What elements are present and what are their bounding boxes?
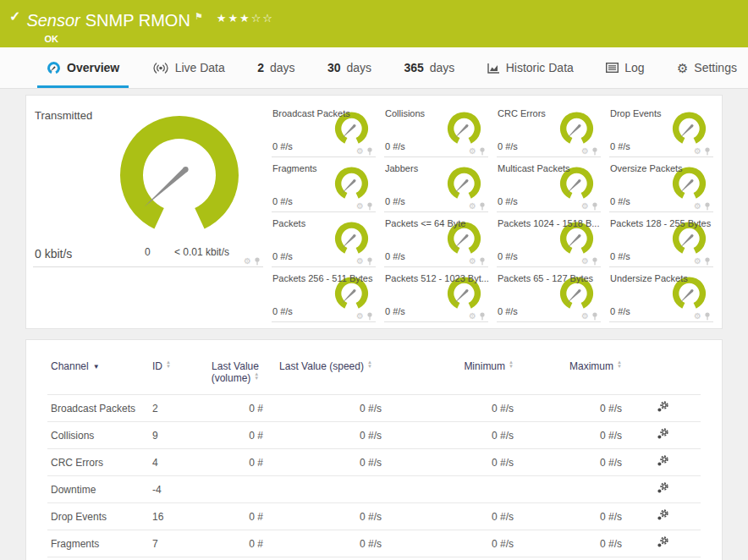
gauge-pin-icon[interactable]: [591, 312, 598, 321]
gauge-cell-icons: ⚙: [356, 257, 373, 266]
gauge-cell-collisions[interactable]: Collisions 0 #/s ⚙: [384, 102, 488, 157]
sort-both-icon: ▲▼: [367, 360, 372, 369]
edit-channel-icon[interactable]: [657, 509, 669, 524]
column-header-last-value-speed[interactable]: Last Value (speed)▲▼: [267, 352, 385, 395]
cell-min: 0 #/s: [385, 422, 517, 449]
tab-overview[interactable]: Overview: [37, 47, 129, 88]
gauge-cell-broadcast-packets[interactable]: Broadcast Packets 0 #/s ⚙: [272, 102, 376, 157]
edit-channel-icon[interactable]: [657, 401, 669, 415]
main-gauge-cell[interactable]: Transmitted 0 kbit/s 0 < 0.01 kbit/s ⚙: [33, 102, 263, 267]
gauge-cell-oversize-packets[interactable]: Oversize Packets 0 #/s ⚙: [609, 157, 713, 212]
gauge-settings-icon[interactable]: ⚙: [469, 147, 476, 156]
transmitted-gauge: [107, 109, 251, 236]
gauge-settings-icon[interactable]: ⚙: [694, 257, 701, 266]
table-row-fragments: Fragments70 #0 #/s0 #/s0 #/s: [47, 530, 701, 557]
sensor-header: ✓ SensorSNMP RMON⚑★★★☆☆ OK: [0, 0, 748, 47]
column-header-channel[interactable]: Channel▼: [47, 352, 149, 395]
cell-channel: Fragments: [47, 530, 149, 557]
channels-table-panel: Channel▼ID▲▼Last Value (volume)▲▼Last Va…: [25, 339, 723, 560]
gauge-cell-icons: ⚙: [694, 257, 711, 266]
gauge-cell-icons: ⚙: [581, 147, 598, 156]
gauge-cell-packets-1024-1518-b[interactable]: Packets 1024 - 1518 B... 0 #/s ⚙: [497, 212, 601, 267]
cell-min: 0 #/s: [385, 503, 517, 530]
gauge-pin-icon[interactable]: [479, 312, 486, 321]
gauge-pin-icon[interactable]: [366, 202, 373, 211]
gauge-cell-value: 0 #/s: [385, 306, 405, 316]
tab-30-days[interactable]: 30days: [318, 47, 381, 88]
gauge-pin-icon[interactable]: [254, 257, 261, 266]
sort-both-icon: ▲▼: [509, 360, 514, 369]
tab-label: Settings: [694, 61, 737, 74]
tab-settings[interactable]: ⚙Settings: [668, 47, 746, 88]
gauge-cell-jabbers[interactable]: Jabbers 0 #/s ⚙: [384, 157, 488, 212]
tab-historic-data[interactable]: Historic Data: [478, 47, 583, 88]
gauge-pin-icon[interactable]: [704, 147, 711, 156]
tab-2-days[interactable]: 2days: [248, 47, 304, 88]
gauge-settings-icon[interactable]: ⚙: [469, 312, 476, 321]
gauge-cell-packets-64-byte[interactable]: Packets <= 64 Byte 0 #/s ⚙: [384, 212, 488, 267]
column-header-id[interactable]: ID▲▼: [149, 352, 204, 395]
gauge-settings-icon[interactable]: ⚙: [581, 202, 589, 211]
gauge-cell-packets-65-127-bytes[interactable]: Packets 65 - 127 Bytes 0 #/s ⚙: [497, 267, 601, 322]
column-header-minimum[interactable]: Minimum▲▼: [385, 352, 517, 395]
gauge-cell-multicast-packets[interactable]: Multicast Packets 0 #/s ⚙: [497, 157, 601, 212]
edit-channel-icon[interactable]: [657, 428, 669, 442]
gauge-cell-packets[interactable]: Packets 0 #/s ⚙: [272, 212, 376, 267]
gauge-settings-icon[interactable]: ⚙: [694, 312, 701, 321]
gauge-settings-icon[interactable]: ⚙: [581, 312, 589, 321]
gauge-cell-packets-256-511-bytes[interactable]: Packets 256 - 511 Bytes 0 #/s ⚙: [272, 267, 376, 322]
cell-last_volume: [204, 476, 267, 503]
sensor-name: SNMP RMON: [85, 11, 190, 30]
gauge-pin-icon[interactable]: [704, 312, 711, 321]
gauge-cell-packets-512-1023-byt[interactable]: Packets 512 - 1023 Byt... 0 #/s ⚙: [384, 267, 488, 322]
cell-last_volume: 0 #: [204, 449, 267, 476]
gauge-pin-icon[interactable]: [704, 257, 711, 266]
column-header-maximum[interactable]: Maximum▲▼: [517, 352, 625, 395]
gauge-settings-icon[interactable]: ⚙: [469, 257, 476, 266]
channel-gauge: [332, 165, 371, 203]
gauge-pin-icon[interactable]: [591, 257, 598, 266]
priority-stars[interactable]: ★★★☆☆: [217, 12, 274, 25]
channel-gauge: [444, 110, 484, 148]
edit-channel-icon[interactable]: [657, 536, 669, 551]
gauge-pin-icon[interactable]: [479, 257, 486, 266]
flag-icon[interactable]: ⚑: [195, 11, 203, 21]
edit-channel-icon[interactable]: [657, 455, 669, 469]
gauge-settings-icon[interactable]: ⚙: [356, 257, 364, 266]
gauge-pin-icon[interactable]: [366, 257, 373, 266]
gauge-pin-icon[interactable]: [479, 147, 486, 156]
gauge-pin-icon[interactable]: [366, 312, 373, 321]
gauge-pin-icon[interactable]: [704, 202, 711, 211]
gauge-settings-icon[interactable]: ⚙: [694, 147, 701, 156]
column-header-last-value-volume[interactable]: Last Value (volume)▲▼: [204, 352, 267, 395]
gauge-scale-min: 0: [145, 246, 151, 258]
gauge-settings-icon[interactable]: ⚙: [356, 202, 364, 211]
gauge-settings-icon[interactable]: ⚙: [244, 257, 251, 266]
gauge-pin-icon[interactable]: [366, 147, 373, 156]
gauge-pin-icon[interactable]: [591, 147, 598, 156]
tab-live-data[interactable]: Live Data: [143, 47, 234, 88]
gauge-settings-icon[interactable]: ⚙: [356, 312, 364, 321]
gauge-cell-icons: ⚙: [356, 312, 373, 321]
gauge-cell-packets-128-255-bytes[interactable]: Packets 128 - 255 Bytes 0 #/s ⚙: [609, 212, 713, 267]
gauge-settings-icon[interactable]: ⚙: [581, 257, 589, 266]
gauge-settings-icon[interactable]: ⚙: [356, 147, 364, 156]
table-header-row: Channel▼ID▲▼Last Value (volume)▲▼Last Va…: [47, 352, 701, 395]
tab-log[interactable]: Log: [597, 47, 653, 88]
gauge-cell-label: Drop Events: [610, 108, 662, 118]
cell-max: 0 #/s: [517, 557, 625, 560]
tab-365-days[interactable]: 365days: [394, 47, 464, 88]
gauge-pin-icon[interactable]: [479, 202, 486, 211]
gauge-cell-drop-events[interactable]: Drop Events 0 #/s ⚙: [609, 102, 713, 157]
gauge-cell-fragments[interactable]: Fragments 0 #/s ⚙: [272, 157, 376, 212]
gauge-pin-icon[interactable]: [591, 202, 598, 211]
gauge-icon: [47, 61, 61, 74]
gauge-cell-icons: ⚙: [581, 257, 598, 266]
gauge-settings-icon[interactable]: ⚙: [581, 147, 589, 156]
gauge-cell-icons: ⚙: [694, 312, 711, 321]
gauge-cell-crc-errors[interactable]: CRC Errors 0 #/s ⚙: [497, 102, 601, 157]
gauge-settings-icon[interactable]: ⚙: [694, 202, 701, 211]
edit-channel-icon[interactable]: [657, 482, 669, 497]
gauge-cell-undersize-packets[interactable]: Undersize Packets 0 #/s ⚙: [609, 267, 713, 322]
gauge-settings-icon[interactable]: ⚙: [469, 202, 476, 211]
